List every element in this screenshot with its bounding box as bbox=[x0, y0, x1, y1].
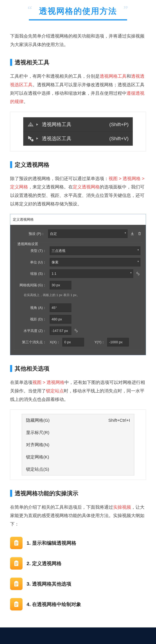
third-y-label: Y(Y)： bbox=[95, 339, 105, 346]
highlight: 定义透视网格 bbox=[73, 184, 100, 190]
menu-figure: 隐藏网格(G) Shift+Ctrl+I 显示标尺(R) 对齐网格(N) 锁定网… bbox=[10, 410, 146, 480]
angle-label: 视角 (A)： bbox=[16, 304, 47, 311]
flyout-triangle-icon bbox=[36, 123, 38, 126]
svg-rect-17 bbox=[15, 604, 18, 604]
title-bar: 透视网格的使用方法 bbox=[0, 0, 156, 25]
save-preset-icon[interactable] bbox=[130, 231, 135, 236]
svg-rect-13 bbox=[15, 584, 18, 584]
text: 。 bbox=[24, 99, 28, 104]
horizon-height-label: 水平高度 (Z)： bbox=[16, 328, 47, 334]
define-dialog-figure: 定义透视网格 预设 (P)： 自定 透视网格设置 类型 (T)： bbox=[10, 214, 146, 355]
svg-rect-4 bbox=[15, 544, 17, 544]
scale-hint: 在实高线上，画板上的 1 px 表示 1 px。 bbox=[16, 291, 140, 299]
video-outline-list: 1. 显示和编辑透视网格 2. 定义透视网格 3. 透视网格其他选项 bbox=[10, 533, 146, 614]
section-heading-tools: 透视相关工具 bbox=[10, 57, 146, 68]
section-label: 透视网格设置 bbox=[16, 241, 39, 247]
scale-select[interactable]: 1:1 bbox=[50, 269, 133, 278]
svg-rect-8 bbox=[15, 564, 18, 564]
video-label: 1. 显示和编辑透视网格 bbox=[27, 538, 76, 548]
tools-figure: 透视网格工具 (Shift+P) 透视选区工具 (Shift+V) bbox=[10, 112, 146, 151]
section-heading-define: 定义透视网格 bbox=[10, 159, 146, 170]
third-y-input[interactable]: -1000 px bbox=[107, 338, 129, 346]
gap-label: 网格线间隔 (G)： bbox=[16, 282, 47, 288]
highlight: 锁定站点 bbox=[46, 388, 64, 394]
clipboard-icon bbox=[10, 598, 23, 610]
link-icon[interactable] bbox=[74, 328, 79, 333]
third-x-input[interactable]: 0 px bbox=[62, 338, 84, 346]
video-label: 2. 定义透视网格 bbox=[27, 559, 61, 568]
scale-label: 缩放 (S)： bbox=[16, 270, 47, 277]
link-icon[interactable] bbox=[135, 271, 140, 276]
preset-label: 预设 (P)： bbox=[14, 230, 46, 237]
video-item-4[interactable]: 4. 在透视网格中绘制对象 bbox=[10, 594, 146, 614]
svg-rect-9 bbox=[15, 564, 17, 565]
menu-label: 显示标尺(R) bbox=[26, 428, 49, 436]
perspective-selection-icon bbox=[27, 135, 34, 142]
text: ，来定义透视网格。在 bbox=[28, 184, 73, 190]
text: 工具栏中，有两个和透视相关的工具，分别是 bbox=[10, 74, 100, 79]
menu-label: 隐藏网格(G) bbox=[26, 416, 50, 424]
intro-paragraph: 下面我会先简单介绍透视网格的相关功能和选项，并将通过实操视频为大家演示具体的使用… bbox=[10, 32, 146, 49]
dialog-body: 预设 (P)： 自定 透视网格设置 类型 (T)： 三点透视 bbox=[10, 225, 146, 355]
svg-rect-16 bbox=[15, 602, 18, 603]
preset-row: 预设 (P)： 自定 bbox=[14, 228, 142, 240]
third-x-label: X(X)： bbox=[50, 339, 60, 346]
svg-rect-7 bbox=[15, 562, 18, 563]
other-paragraph: 在菜单选项视图 > 透视网格中，还有如下图的选项可以对网格进行相关操作。当使用了… bbox=[10, 378, 146, 404]
svg-rect-12 bbox=[15, 583, 18, 584]
menu-label: 锁定网格(K) bbox=[26, 453, 49, 461]
svg-rect-14 bbox=[15, 585, 17, 586]
section-heading-other: 其他相关选项 bbox=[10, 363, 146, 374]
tools-paragraph: 工具栏中，有两个和透视相关的工具，分别是透视网格工具和透视透视选区工具。透视网格… bbox=[10, 72, 146, 106]
svg-rect-11 bbox=[15, 581, 18, 582]
define-paragraph: 除了预设的透视网格，我们还可以通过菜单选项：视图 > 透视网格 > 定义网格，来… bbox=[10, 174, 146, 208]
video-item-3[interactable]: 3. 透视网格其他选项 bbox=[10, 574, 146, 594]
text: 除了预设的透视网格，我们还可以通过菜单选项： bbox=[10, 176, 109, 181]
flyout-triangle-icon bbox=[36, 137, 38, 140]
video-item-2[interactable]: 2. 定义透视网格 bbox=[10, 553, 146, 574]
clipboard-icon bbox=[10, 578, 23, 590]
clipboard-icon bbox=[10, 537, 23, 549]
tool-name: 透视网格工具 bbox=[42, 120, 71, 129]
menu-label: 锁定站点(S) bbox=[26, 465, 49, 473]
highlight: 视图 > 透视网格 bbox=[33, 380, 64, 385]
video-item-1[interactable]: 1. 显示和编辑透视网格 bbox=[10, 533, 146, 553]
third-vp-label: 第三个消失点： bbox=[16, 339, 47, 346]
text: 在菜单选项 bbox=[10, 380, 33, 385]
horizon-height-input[interactable]: -147.57 px bbox=[50, 326, 71, 335]
delete-preset-icon[interactable] bbox=[137, 231, 142, 236]
tool-shortcut: (Shift+P) bbox=[104, 120, 129, 129]
tool-shortcut: (Shift+V) bbox=[104, 134, 129, 143]
svg-rect-6 bbox=[15, 560, 18, 562]
distance-label: 视距 (D)： bbox=[16, 316, 47, 322]
text: 和 bbox=[127, 74, 131, 79]
angle-input[interactable]: 45° bbox=[50, 304, 71, 312]
highlight: 实操视频 bbox=[113, 505, 131, 510]
distance-input[interactable]: 480 px bbox=[50, 315, 71, 324]
unit-label: 单位 (U)： bbox=[16, 259, 47, 266]
type-select[interactable]: 三点透视 bbox=[50, 246, 140, 255]
clipboard-icon bbox=[10, 557, 23, 570]
highlight: 透视网格工具 bbox=[100, 74, 127, 79]
menu-item-show-ruler[interactable]: 显示标尺(R) bbox=[22, 426, 134, 438]
preset-select[interactable]: 自定 bbox=[48, 230, 128, 238]
demo-paragraph: 在简单的介绍了相关的工具和选项后，下面我将通过实操视频，让大家能更为直观的感受透… bbox=[10, 503, 146, 528]
perspective-grid-icon bbox=[27, 121, 34, 128]
dialog-title: 定义透视网格 bbox=[10, 214, 146, 225]
context-menu: 隐藏网格(G) Shift+Ctrl+I 显示标尺(R) 对齐网格(N) 锁定网… bbox=[22, 414, 134, 476]
unit-select[interactable]: 像素 bbox=[50, 258, 140, 266]
menu-item-align-grid[interactable]: 对齐网格(N) bbox=[22, 438, 134, 451]
menu-label: 对齐网格(N) bbox=[26, 440, 49, 449]
tool-perspective-grid[interactable]: 透视网格工具 (Shift+P) bbox=[23, 118, 133, 132]
video-label: 3. 透视网格其他选项 bbox=[27, 579, 71, 588]
video-label: 4. 在透视网格中绘制对象 bbox=[27, 600, 81, 609]
tool-perspective-selection[interactable]: 透视选区工具 (Shift+V) bbox=[23, 132, 133, 146]
gap-input[interactable]: 30 px bbox=[50, 281, 71, 290]
menu-item-lock-station[interactable]: 锁定站点(S) bbox=[22, 463, 134, 475]
menu-item-hide-grid[interactable]: 隐藏网格(G) Shift+Ctrl+I bbox=[22, 414, 134, 426]
svg-rect-18 bbox=[15, 604, 18, 605]
svg-rect-3 bbox=[15, 543, 18, 544]
menu-item-lock-grid[interactable]: 锁定网格(K) bbox=[22, 451, 134, 463]
tool-name: 透视选区工具 bbox=[42, 134, 71, 143]
title-underline bbox=[29, 19, 127, 20]
